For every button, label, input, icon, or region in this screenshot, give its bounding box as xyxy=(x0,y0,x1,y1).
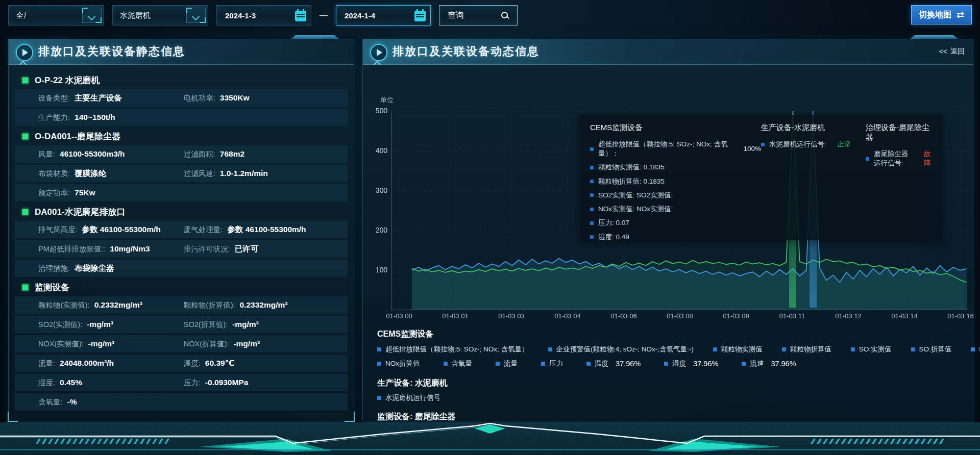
plant-select-value: 全厂 xyxy=(16,11,31,20)
hatch-mark xyxy=(939,439,944,444)
field-cell: 风量:46100-55300m3/h xyxy=(38,149,184,159)
tooltip-row-value: 正常 xyxy=(838,140,851,149)
hatch-mark xyxy=(164,439,169,444)
end-date-input[interactable]: 2024-1-4 xyxy=(336,5,431,26)
play-circle-icon xyxy=(370,44,387,61)
corner-bracket-decoration xyxy=(8,412,18,422)
tooltip-row-text: NOx实测值: NOx实测值: xyxy=(598,205,673,214)
field-label: 废气处理量: xyxy=(184,225,223,235)
hatch-mark xyxy=(890,439,895,444)
table-row: 布袋材质:覆膜涤纶过滤风速:1.0-1.2m/min xyxy=(15,165,348,182)
legend-marker-icon xyxy=(851,347,855,351)
field-cell: 过滤风速:1.0-1.2m/min xyxy=(184,169,268,179)
series-marker-icon xyxy=(590,193,594,197)
hatch-mark xyxy=(128,439,133,444)
switch-map-button[interactable]: 切换地图 ⇄ xyxy=(911,5,972,24)
field-cell: 流量:24048.000m³/h xyxy=(38,359,184,368)
field-value: 0.45% xyxy=(60,378,82,387)
field-value: 46100-55300m3/h xyxy=(60,149,125,159)
x-tick-label: 01-03 06 xyxy=(603,312,644,320)
header-tab-decoration xyxy=(290,35,339,39)
back-arrows-icon: << xyxy=(939,47,947,56)
dynamic-panel-title: 排放口及关联设备动态信息 xyxy=(393,44,540,59)
legend-item-value: 37.96% xyxy=(693,360,718,368)
query-button[interactable]: 查询 xyxy=(439,5,518,26)
query-button-label: 查询 xyxy=(448,10,464,21)
field-value: -mg/m³ xyxy=(88,339,115,348)
legend-item[interactable]: SO:折算值 xyxy=(911,345,952,354)
legend-item[interactable]: 水泥磨机运行信号 xyxy=(377,393,440,402)
legend-item[interactable]: 颗粒物折算值 xyxy=(782,345,831,354)
field-cell: 湿度:0.45% xyxy=(38,378,184,388)
plant-select[interactable]: 全厂 xyxy=(8,5,104,26)
table-row: 生产能力:140~150t/h xyxy=(15,109,348,126)
field-label: 布袋材质: xyxy=(38,169,70,179)
field-value: 24048.000m³/h xyxy=(60,359,114,368)
static-sections: O-P-22 水泥磨机设备类型:主要生产设备电机功率:3350Kw生产能力:14… xyxy=(9,65,354,411)
legend-item-label: 颗粒物折算值 xyxy=(790,345,831,354)
legend-item-value: 37.96% xyxy=(771,360,796,368)
field-cell: 含氧量:-% xyxy=(38,397,184,407)
hatch-mark xyxy=(817,439,822,444)
legend-item[interactable]: 压力 xyxy=(541,359,563,368)
legend-item-label: 温度 xyxy=(595,359,608,368)
device-select-value: 水泥磨机 xyxy=(120,11,151,20)
field-value: -% xyxy=(67,397,77,407)
device-select[interactable]: 水泥磨机 xyxy=(112,5,208,26)
legend-marker-icon xyxy=(541,362,545,366)
x-tick-label: 01-03 11 xyxy=(772,312,813,320)
field-label: 过滤面积: xyxy=(184,149,215,159)
section-heading: 监测设备 xyxy=(22,280,348,294)
series-marker-icon xyxy=(590,208,594,211)
legend-item[interactable]: NOx实测值 xyxy=(971,345,980,354)
legend-item[interactable]: 超低排放限值（颗拉物:5: SOz-; NOx; 含氧量） xyxy=(377,345,529,354)
tooltip-row-text: 颗粒物实测值: 0.1835 xyxy=(598,163,665,172)
legend-item[interactable]: 流速37.96% xyxy=(742,359,796,368)
start-date-input[interactable]: 2024-1-3 xyxy=(216,5,311,26)
legend-marker-icon xyxy=(377,396,381,400)
legend-item[interactable]: SO:实测值 xyxy=(851,345,892,354)
series-marker-icon xyxy=(590,221,594,225)
x-tick-label: 01-03 03 xyxy=(491,312,532,320)
calendar-icon[interactable] xyxy=(414,9,426,21)
legend-item-label: 含氧量 xyxy=(452,359,473,368)
footer-hatch-right xyxy=(811,439,944,444)
field-label: 风量: xyxy=(38,149,55,159)
back-link-label: 返回 xyxy=(950,47,965,56)
hatch-mark xyxy=(909,439,914,444)
hatch-mark xyxy=(158,439,163,444)
legend-item[interactable]: 温度37.96% xyxy=(586,359,641,368)
tooltip-row-text: SO2实测值: SO2实测值: xyxy=(598,191,673,200)
dynamic-info-panel: 排放口及关联设备动态信息 << 返回 单位 500400300200100 01… xyxy=(362,39,973,421)
tooltip-column-title: CEMS监测设备 xyxy=(590,123,761,133)
start-date-value: 2024-1-3 xyxy=(225,11,256,20)
legend-item[interactable]: 企业预警值(颗粒物:4; sOz-; NOx-;含氧气量:-) xyxy=(548,345,694,354)
tooltip-row: 湿度: 0.49 xyxy=(590,233,761,242)
calendar-icon[interactable] xyxy=(295,9,306,21)
field-label: 生产能力: xyxy=(38,113,70,122)
legend-item[interactable]: NOx折算值 xyxy=(377,359,420,368)
tooltip-row-text: 超低排放限值（颗拉物:5: SOz-; NOx; 含氧量）： xyxy=(598,140,732,158)
chevron-down-icon[interactable] xyxy=(186,8,206,23)
field-value: -mg/m³ xyxy=(87,320,113,329)
legend-item-label: 湿度 xyxy=(672,359,686,368)
legend-item[interactable]: 颗粒物实测值 xyxy=(713,345,763,354)
table-row: 含氧量:-% xyxy=(15,393,348,411)
chevron-down-icon[interactable] xyxy=(82,8,102,23)
legend-item[interactable]: 湿度37.96% xyxy=(664,359,718,368)
series-marker-icon xyxy=(590,235,594,239)
legend-item[interactable]: 流量 xyxy=(496,359,518,368)
legend-item[interactable]: 含氧量 xyxy=(444,359,473,368)
back-link[interactable]: << 返回 xyxy=(939,47,965,56)
field-label: 额定功率: xyxy=(38,188,70,198)
y-tick-label: 400 xyxy=(367,146,387,155)
tooltip-row: NOx实测值: NOx实测值: xyxy=(590,205,761,214)
hatch-mark xyxy=(115,439,120,444)
static-panel-title: 排放口及关联设备静态信息 xyxy=(38,44,185,59)
field-value: 主要生产设备 xyxy=(75,93,122,104)
monitor-device-heading: 监测设备: 磨尾除尘器 xyxy=(377,412,456,422)
green-square-icon xyxy=(22,133,29,140)
hatch-mark xyxy=(860,439,865,444)
field-label: 温度: xyxy=(184,359,201,368)
legend-item-label: SO:实测值 xyxy=(859,345,892,354)
